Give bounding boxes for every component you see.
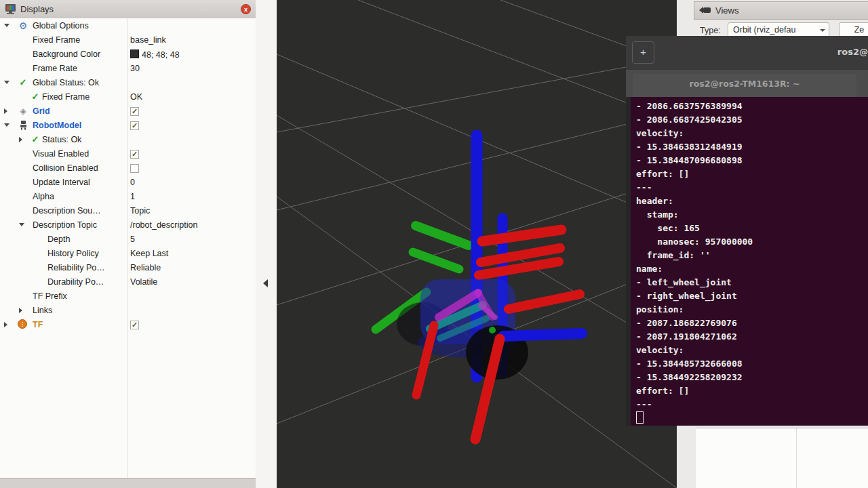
row-value[interactable]: /robot_description bbox=[130, 220, 197, 230]
row-label: Frame Rate bbox=[33, 64, 77, 73]
row-label: Update Interval bbox=[33, 178, 90, 187]
views-panel-header[interactable]: Views bbox=[694, 1, 868, 20]
displays-panel-bottom-strip bbox=[0, 478, 256, 488]
row-label: Global Status: Ok bbox=[33, 78, 99, 87]
terminal-window[interactable]: + ros2@ ros2@ros2-TM1613R: ~ - 2086.6637… bbox=[626, 36, 868, 426]
view-type-label: Type: bbox=[700, 26, 721, 35]
terminal-line: header: bbox=[636, 195, 753, 208]
row-label: Alpha bbox=[33, 192, 54, 201]
terminal-line: - 2087.191804271062 bbox=[636, 330, 753, 344]
close-icon[interactable]: x bbox=[241, 4, 251, 14]
row-value[interactable]: 30 bbox=[130, 64, 140, 73]
row-label: Background Color bbox=[33, 49, 100, 59]
checkbox-unchecked[interactable] bbox=[130, 164, 139, 173]
checkbox-checked[interactable]: ✓ bbox=[130, 107, 139, 116]
terminal-line: - 2086.6637576389994 bbox=[636, 100, 753, 113]
property-column-divider[interactable] bbox=[127, 18, 128, 478]
terminal-line: - 15.384487096680898 bbox=[636, 154, 753, 167]
terminal-line: --- bbox=[636, 181, 753, 195]
row-label: Durability Po… bbox=[47, 277, 104, 287]
row-label: RobotModel bbox=[33, 121, 81, 130]
row-value[interactable]: Topic bbox=[130, 206, 150, 216]
views-panel-icon bbox=[699, 5, 711, 17]
row-label: TF bbox=[33, 320, 43, 329]
row-label: Status: Ok bbox=[42, 135, 81, 144]
expander-open-icon[interactable] bbox=[4, 24, 9, 27]
terminal-line: velocity: bbox=[636, 127, 753, 140]
row-label: Global Options bbox=[33, 21, 89, 30]
row-label: Description Topic bbox=[33, 220, 97, 230]
row-value[interactable]: Reliable bbox=[130, 263, 161, 272]
terminal-line: frame_id: '' bbox=[636, 249, 753, 262]
terminal-line: - 2087.186822769076 bbox=[636, 317, 753, 330]
expander-closed-icon[interactable] bbox=[4, 322, 7, 327]
row-value[interactable]: Volatile bbox=[130, 277, 157, 287]
terminal-tab[interactable]: ros2@ros2-TM1613R: ~ bbox=[633, 74, 856, 97]
expander-closed-icon[interactable] bbox=[4, 108, 7, 114]
check-ok-icon: ✓ bbox=[18, 77, 28, 88]
expander-open-icon[interactable] bbox=[4, 123, 9, 127]
gear-icon: ⚙ bbox=[18, 20, 28, 31]
terminal-line: effort: [] bbox=[636, 384, 753, 398]
row-value[interactable]: 48; 48; 48 bbox=[130, 49, 180, 60]
terminal-line: effort: [] bbox=[636, 167, 753, 181]
checkbox-checked[interactable]: ✓ bbox=[130, 321, 139, 329]
collapse-left-arrow-icon[interactable] bbox=[263, 279, 268, 287]
new-tab-button[interactable]: + bbox=[632, 41, 654, 64]
displays-panel: Displays x ⚙Global OptionsFixed Framebas… bbox=[0, 0, 256, 488]
row-value[interactable]: 5 bbox=[130, 235, 135, 244]
row-label: Description Sou… bbox=[33, 206, 101, 216]
row-value[interactable]: OK bbox=[130, 92, 142, 102]
viewport-scene bbox=[277, 0, 677, 488]
row-label: Fixed Frame bbox=[33, 35, 80, 45]
terminal-body[interactable]: - 2086.6637576389994- 2086.6687425042305… bbox=[626, 97, 868, 426]
terminal-output: - 2086.6637576389994- 2086.6687425042305… bbox=[636, 100, 753, 426]
checkbox-checked[interactable]: ✓ bbox=[130, 150, 139, 159]
view-type-value: Orbit (rviz_defau bbox=[733, 25, 795, 35]
terminal-line: - 2086.6687425042305 bbox=[636, 113, 753, 127]
displays-panel-title: Displays bbox=[20, 4, 54, 14]
left-panel-splitter[interactable] bbox=[256, 0, 277, 488]
row-label: History Policy bbox=[47, 249, 99, 258]
terminal-line: - right_wheel_joint bbox=[636, 289, 753, 303]
row-label: Reliability Po… bbox=[47, 263, 105, 272]
expander-closed-icon[interactable] bbox=[19, 308, 22, 313]
terminal-cursor bbox=[636, 411, 644, 424]
rviz-window: { "colors": { "viewport_bg": "#2c2c2b", … bbox=[0, 0, 868, 488]
check-ok-icon: ✓ bbox=[30, 92, 41, 102]
terminal-title: ros2@ bbox=[837, 47, 868, 57]
terminal-line: position: bbox=[636, 303, 753, 317]
3d-viewport[interactable] bbox=[277, 0, 677, 488]
checkbox-checked[interactable]: ✓ bbox=[130, 121, 139, 130]
terminal-tabbar: ros2@ros2-TM1613R: ~ bbox=[626, 70, 868, 97]
tf-icon: ⋮ bbox=[18, 319, 27, 329]
expander-closed-icon[interactable] bbox=[19, 137, 22, 142]
row-label: Fixed Frame bbox=[42, 92, 90, 102]
views-column-divider bbox=[796, 428, 797, 488]
views-list-area[interactable] bbox=[696, 428, 868, 488]
expander-open-icon[interactable] bbox=[4, 81, 9, 84]
row-value[interactable]: 1 bbox=[130, 192, 135, 201]
color-swatch bbox=[130, 49, 139, 58]
expander-open-icon[interactable] bbox=[19, 223, 24, 226]
terminal-line: stamp: bbox=[636, 208, 753, 222]
views-panel-title: Views bbox=[715, 5, 738, 16]
terminal-line: - 15.384638312484919 bbox=[636, 140, 753, 154]
row-label: Links bbox=[33, 306, 52, 315]
row-value[interactable]: base_link bbox=[130, 35, 166, 45]
terminal-line: --- bbox=[636, 398, 753, 411]
terminal-titlebar[interactable]: + ros2@ bbox=[626, 36, 868, 70]
terminal-line: - 15.384485732666008 bbox=[636, 357, 753, 371]
row-label: Collision Enabled bbox=[33, 163, 98, 173]
displays-panel-header[interactable]: Displays x bbox=[0, 0, 256, 19]
robot-icon bbox=[18, 120, 28, 131]
robot-model bbox=[376, 136, 582, 439]
row-value[interactable]: 0 bbox=[130, 178, 135, 187]
terminal-line: nanosec: 957000000 bbox=[636, 235, 753, 249]
row-value[interactable]: Keep Last bbox=[130, 249, 168, 258]
terminal-line: - left_wheel_joint bbox=[636, 276, 753, 289]
check-ok-icon: ✓ bbox=[30, 134, 41, 145]
terminal-line: - 15.384492258209232 bbox=[636, 371, 753, 384]
grid-icon: ◈ bbox=[18, 106, 28, 117]
chevron-down-icon bbox=[820, 29, 825, 32]
